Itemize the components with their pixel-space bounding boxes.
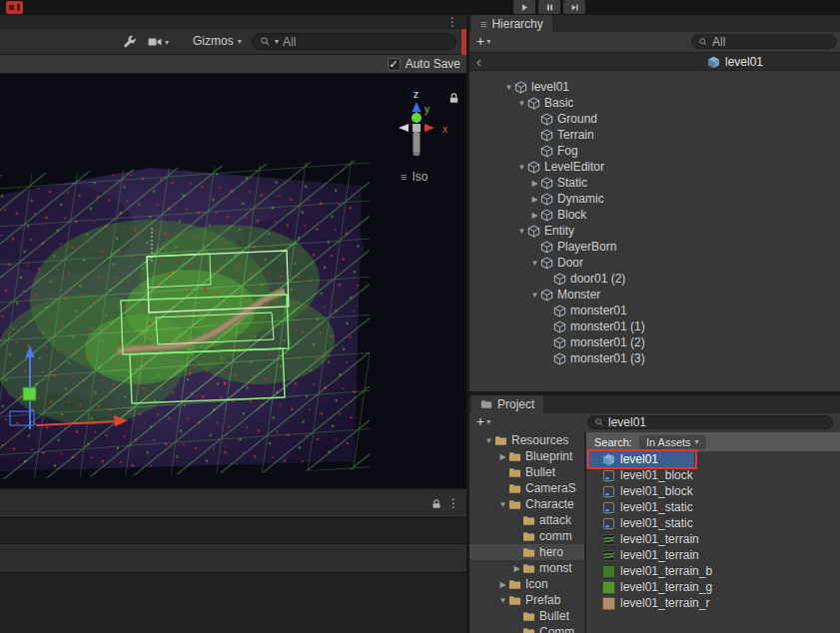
- folder-item[interactable]: Bullet: [469, 608, 584, 624]
- foldout-icon[interactable]: ▼: [516, 227, 527, 236]
- hierarchy-item[interactable]: ▼Entity: [469, 223, 840, 239]
- folder-item[interactable]: comm: [469, 528, 584, 544]
- folder-item[interactable]: ▼Characte: [469, 496, 584, 512]
- kebab-menu-icon[interactable]: ⋮: [446, 16, 458, 28]
- hierarchy-item[interactable]: monster01 (3): [469, 350, 840, 366]
- hierarchy-item[interactable]: ▼Basic: [469, 95, 840, 111]
- autosave-toggle[interactable]: ✓ Auto Save: [388, 57, 460, 71]
- hierarchy-item[interactable]: Fog: [469, 143, 840, 159]
- foldout-icon[interactable]: ▼: [483, 436, 494, 445]
- hierarchy-item-label: Basic: [544, 96, 573, 110]
- foldout-icon[interactable]: ▶: [529, 195, 540, 204]
- result-label: level01_terrain: [620, 548, 699, 562]
- hierarchy-item[interactable]: door01 (2): [469, 271, 840, 287]
- foldout-icon[interactable]: ▼: [529, 291, 540, 300]
- hierarchy-search-input[interactable]: All: [691, 34, 837, 49]
- result-item[interactable]: level01_static: [586, 499, 840, 515]
- search-icon: [594, 417, 604, 427]
- result-item[interactable]: level01_terrain_r: [586, 595, 840, 611]
- cube-icon: [540, 129, 553, 142]
- folder-item[interactable]: attack: [469, 512, 584, 528]
- hierarchy-item[interactable]: PlayerBorn: [469, 239, 840, 255]
- folder-item[interactable]: ▼Prefab: [469, 592, 584, 608]
- collapsed-panel-header[interactable]: ⋮: [0, 488, 466, 518]
- hierarchy-item[interactable]: monster01 (2): [469, 334, 840, 350]
- foldout-icon[interactable]: ▶: [529, 179, 540, 188]
- iso-projection-button[interactable]: ≡ Iso: [401, 170, 427, 184]
- folder-item[interactable]: CameraS: [469, 480, 584, 496]
- scope-dropdown[interactable]: In Assets ▾: [639, 435, 706, 449]
- kebab-menu-icon[interactable]: ⋮: [447, 497, 459, 509]
- folder-item[interactable]: ▶Icon: [469, 576, 584, 592]
- lock-icon[interactable]: [447, 92, 460, 105]
- result-item[interactable]: level01_block: [586, 467, 840, 483]
- cube-icon: [553, 273, 566, 286]
- folder-item[interactable]: ▼Resources: [469, 432, 584, 448]
- hierarchy-item[interactable]: ▶Static: [469, 175, 840, 191]
- foldout-icon[interactable]: ▼: [516, 163, 527, 172]
- foldout-icon[interactable]: ▼: [516, 99, 527, 108]
- hierarchy-item-label: Terrain: [557, 128, 594, 142]
- chevron-down-icon: ▾: [275, 37, 279, 46]
- folder-label: monst: [539, 561, 572, 575]
- scene-camera-dropdown[interactable]: ▾: [148, 35, 169, 49]
- result-item[interactable]: level01_terrain_b: [586, 563, 840, 579]
- folder-icon: [522, 530, 535, 543]
- autosave-checkbox[interactable]: ✓: [388, 58, 401, 71]
- hierarchy-item[interactable]: ▶Block: [469, 207, 840, 223]
- play-button[interactable]: [513, 0, 535, 14]
- back-button[interactable]: ‹: [476, 54, 481, 70]
- hierarchy-item[interactable]: monster01: [469, 303, 840, 318]
- foldout-icon[interactable]: ▶: [497, 452, 508, 461]
- foldout-icon[interactable]: ▼: [529, 259, 540, 268]
- hierarchy-item[interactable]: ▶Dynamic: [469, 191, 840, 207]
- folder-item-selected[interactable]: hero: [469, 544, 584, 560]
- foldout-icon[interactable]: ▼: [497, 500, 508, 509]
- folder-label: Blueprint: [525, 449, 572, 463]
- project-body: ▼Resources ▶Blueprint Bullet CameraS ▼Ch…: [469, 432, 840, 633]
- breadcrumb[interactable]: level01: [707, 55, 763, 69]
- foldout-icon[interactable]: ▼: [497, 596, 508, 605]
- hierarchy-item-label: Monster: [557, 288, 600, 302]
- foldout-icon[interactable]: ▶: [497, 580, 508, 589]
- foldout-icon[interactable]: ▶: [529, 211, 540, 220]
- folder-item[interactable]: Comm: [469, 624, 584, 633]
- unity-editor-window: ⋮ ▾ Gizmos ▾ ▾ All ✓ Auto Save: [0, 0, 840, 633]
- result-item[interactable]: level01_terrain: [586, 531, 840, 547]
- hierarchy-item[interactable]: ▼Monster: [469, 287, 840, 303]
- hierarchy-item[interactable]: ▼Door: [469, 255, 840, 271]
- hierarchy-item[interactable]: monster01 (1): [469, 318, 840, 334]
- add-asset-button[interactable]: + ▾: [476, 413, 490, 429]
- folder-icon: [508, 466, 521, 479]
- hierarchy-item[interactable]: Ground: [469, 111, 840, 127]
- step-button[interactable]: [563, 0, 585, 14]
- tab-hierarchy[interactable]: ≡ Hierarchy: [471, 15, 552, 32]
- collapsed-panel-header[interactable]: [0, 543, 466, 573]
- add-gameobject-button[interactable]: + ▾: [476, 33, 490, 49]
- hierarchy-item[interactable]: ▼level01: [469, 79, 840, 95]
- folder-item[interactable]: Bullet: [469, 464, 584, 480]
- hierarchy-item[interactable]: Terrain: [469, 127, 840, 143]
- result-item[interactable]: level01_static: [586, 515, 840, 531]
- tools-icon[interactable]: [122, 35, 138, 50]
- lock-icon[interactable]: [430, 498, 442, 510]
- folder-item[interactable]: ▶Blueprint: [469, 448, 584, 464]
- hierarchy-item-label: PlayerBorn: [557, 240, 616, 254]
- result-item-selected[interactable]: level01: [586, 451, 694, 467]
- chevron-down-icon: ▾: [695, 437, 699, 446]
- scene-search-input[interactable]: ▾ All: [252, 33, 456, 50]
- hierarchy-item[interactable]: ▼LevelEditor: [469, 159, 840, 175]
- foldout-icon[interactable]: ▶: [511, 564, 522, 573]
- pause-button[interactable]: [538, 0, 560, 14]
- gizmos-dropdown[interactable]: Gizmos ▾: [193, 34, 242, 48]
- cube-icon: [540, 209, 553, 222]
- project-search-input[interactable]: level01: [587, 415, 833, 429]
- result-item[interactable]: level01_terrain: [586, 547, 840, 563]
- foldout-icon[interactable]: ▼: [503, 83, 514, 92]
- result-item[interactable]: level01_terrain_g: [586, 579, 840, 595]
- result-item[interactable]: level01_block: [586, 483, 840, 499]
- folder-item[interactable]: ▶monst: [469, 560, 584, 576]
- hierarchy-tree: ▼level01 ▼Basic Ground Terrain Fog ▼Leve…: [469, 71, 840, 391]
- tab-project[interactable]: Project: [471, 395, 543, 413]
- scene-view[interactable]: z y x ≡ Iso: [0, 74, 466, 488]
